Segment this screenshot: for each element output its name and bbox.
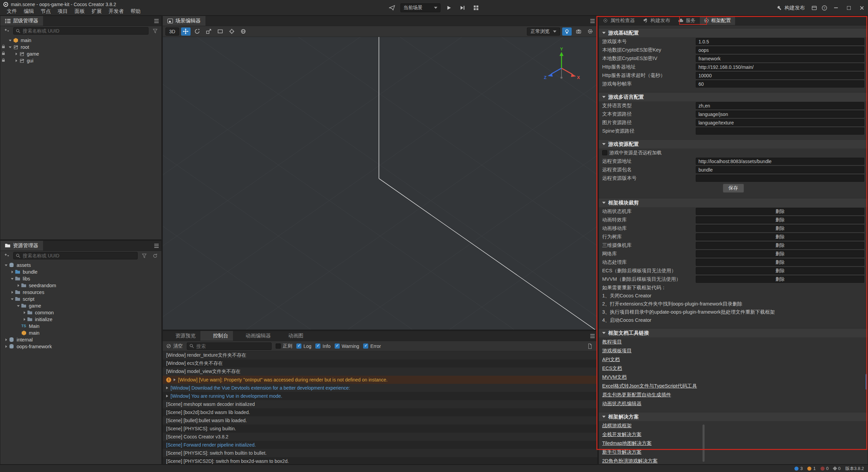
asset-node-row[interactable]: main <box>2 330 161 336</box>
mode-3d-toggle[interactable]: 3D <box>165 27 179 36</box>
field-input[interactable] <box>696 111 864 118</box>
log-filter-checkbox[interactable]: Log <box>296 343 311 349</box>
expand-chevron-icon[interactable] <box>16 331 21 336</box>
asset-node-row[interactable]: game <box>2 302 161 309</box>
solution-link[interactable]: 2D角色扮演游戏解决方案 <box>599 456 868 464</box>
expand-chevron-icon[interactable] <box>14 52 19 57</box>
hierarchy-node-row[interactable]: gui <box>0 57 161 64</box>
panel-menu-icon[interactable] <box>151 16 161 26</box>
field-input[interactable] <box>696 119 864 126</box>
expand-chevron-icon[interactable] <box>4 263 9 268</box>
step-button[interactable] <box>457 3 468 12</box>
menu-item[interactable]: 文件 <box>3 8 20 15</box>
move-tool-button[interactable] <box>181 27 191 36</box>
app-window-icon[interactable] <box>809 3 819 12</box>
log-row[interactable]: [Scene] meshopt wasm decoder initialized <box>163 400 597 408</box>
create-node-button[interactable] <box>2 27 11 35</box>
checkbox-unchecked[interactable] <box>276 343 281 349</box>
field-input[interactable] <box>696 127 864 135</box>
expand-chevron-icon[interactable] <box>16 324 21 329</box>
log-row[interactable]: [Scene] [PHYSICS2D]: switch from box2d-w… <box>163 457 597 464</box>
checkbox-checked[interactable] <box>335 343 340 349</box>
log-row[interactable]: [Scene] [box2d]:box2d wasm lib loaded. <box>163 408 597 416</box>
expand-chevron-icon[interactable] <box>16 283 21 288</box>
section-doc-links[interactable]: 框架文档工具链接 <box>599 328 868 337</box>
solution-link[interactable]: 全栈开发解决方案 <box>599 430 868 439</box>
expand-chevron-icon[interactable] <box>8 38 13 43</box>
asset-node-row[interactable]: libs <box>2 275 161 282</box>
log-row[interactable]: [Scene] [PHYSICS]: using builtin. <box>163 425 597 433</box>
console-scrollbar[interactable] <box>702 350 705 464</box>
inspector-tab[interactable]: 属性检查器 <box>599 16 639 25</box>
close-button[interactable] <box>855 0 868 16</box>
checkbox-unchecked[interactable] <box>602 150 607 155</box>
tab-hierarchy[interactable]: 层级管理器 <box>0 16 43 26</box>
checkbox-checked[interactable] <box>363 343 368 349</box>
expand-chevron-icon[interactable] <box>16 303 21 309</box>
assets-search-input[interactable] <box>23 253 135 258</box>
axis-gizmo[interactable]: Y X Z <box>541 47 582 88</box>
panel-menu-icon[interactable] <box>587 331 597 341</box>
log-filter-checkbox[interactable]: Info <box>315 343 330 349</box>
log-row[interactable]: [Scene] Cocos Creator v3.8.2 <box>163 433 597 441</box>
field-input[interactable] <box>696 72 864 79</box>
section-solutions[interactable]: 框架解决方案 <box>599 412 868 421</box>
field-input[interactable] <box>696 166 864 173</box>
doc-link[interactable]: Excel格式转Json文件与TypeScript代码工具 <box>599 381 868 390</box>
expand-arrow-icon[interactable] <box>174 378 176 381</box>
solution-link[interactable]: 战棋游戏框架 <box>599 421 868 430</box>
remote-load-checkbox[interactable]: 游戏中资源是否远程加载 <box>602 150 662 156</box>
section-framework-modules[interactable]: 框架模块裁剪 <box>599 198 868 207</box>
preview-icon[interactable] <box>387 3 397 12</box>
expand-chevron-icon[interactable] <box>22 317 27 322</box>
asset-node-row[interactable]: script <box>2 296 161 302</box>
play-button[interactable] <box>444 3 454 12</box>
expand-chevron-icon[interactable] <box>10 276 15 281</box>
inspector-tab[interactable]: 构建发布 <box>639 16 674 25</box>
doc-link[interactable]: MVVM文档 <box>599 373 868 381</box>
hierarchy-node-row[interactable]: game <box>0 51 161 57</box>
log-row[interactable]: [Window] model_view文件夹不存在 <box>163 368 597 376</box>
maximize-button[interactable] <box>842 0 855 16</box>
asset-node-row[interactable]: Main <box>2 323 161 330</box>
asset-node-row[interactable]: oops-framework <box>2 343 161 350</box>
asset-node-row[interactable]: bundle <box>2 269 161 275</box>
create-asset-button[interactable] <box>2 252 11 259</box>
scale-tool-button[interactable] <box>204 27 214 36</box>
doc-link[interactable]: API文档 <box>599 355 868 364</box>
log-row[interactable]: [Window] ecs文件夹不存在 <box>163 359 597 368</box>
field-input[interactable] <box>696 55 864 62</box>
warning-count-badge[interactable]: 1 <box>807 466 815 471</box>
scene-camera-button[interactable] <box>574 27 583 36</box>
console-search-input[interactable] <box>196 343 269 349</box>
build-publish-button[interactable]: 构建发布 <box>772 3 809 13</box>
asset-node-row[interactable]: common <box>2 309 161 316</box>
doc-link[interactable]: 游戏模板项目 <box>599 346 868 355</box>
expand-chevron-icon[interactable] <box>10 270 15 275</box>
expand-chevron-icon[interactable] <box>10 297 15 302</box>
error-count-badge[interactable]: 0 <box>821 466 829 471</box>
inspector-scrollbar[interactable] <box>865 16 868 464</box>
expand-chevron-icon[interactable] <box>4 344 9 349</box>
menu-item[interactable]: 编辑 <box>20 8 37 15</box>
delete-module-button[interactable]: 删除 <box>696 267 864 274</box>
doc-link[interactable]: ECS文档 <box>599 364 868 373</box>
asset-node-row[interactable]: seedrandom <box>2 282 161 289</box>
field-input[interactable] <box>696 158 864 165</box>
solution-link[interactable]: Tiledmap地图解决方案 <box>599 439 868 448</box>
info-count-badge[interactable]: 3 <box>794 466 803 471</box>
menu-item[interactable]: 项目 <box>54 8 71 15</box>
doc-link[interactable]: 原生包热更新配置自动生成插件 <box>599 390 868 399</box>
scene-select[interactable]: 当前场景 <box>400 3 440 12</box>
menu-item[interactable]: 节点 <box>37 8 54 15</box>
panel-menu-icon[interactable] <box>587 16 597 26</box>
expand-arrow-icon[interactable] <box>166 395 168 397</box>
expand-chevron-icon[interactable] <box>8 45 13 50</box>
view-mode-select[interactable]: 正常浏览 <box>527 27 560 36</box>
asset-node-row[interactable]: initialize <box>2 316 161 323</box>
delete-module-button[interactable]: 删除 <box>696 233 864 240</box>
checkbox-checked[interactable] <box>296 343 301 349</box>
console-panel-tab[interactable]: 资源预览 <box>163 331 200 341</box>
hierarchy-search-input[interactable] <box>23 28 146 34</box>
lock-icon[interactable] <box>0 46 6 48</box>
